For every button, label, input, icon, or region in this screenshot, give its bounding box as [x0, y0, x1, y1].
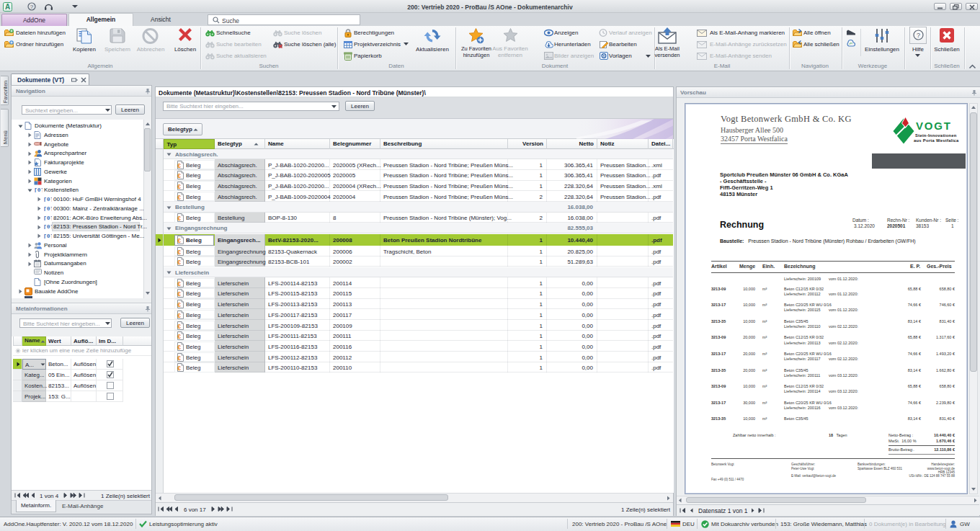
- svg-text:€: €: [177, 161, 181, 169]
- svg-text:€: €: [177, 333, 181, 340]
- svg-text:€: €: [177, 280, 181, 287]
- svg-text:€: €: [177, 354, 181, 361]
- svg-text:€: €: [177, 290, 181, 298]
- svg-text:€: €: [177, 311, 181, 318]
- svg-text:€: €: [177, 259, 181, 266]
- svg-text:€: €: [177, 322, 181, 329]
- svg-text:€: €: [177, 183, 181, 190]
- svg-text:€: €: [177, 215, 181, 222]
- svg-text:€: €: [177, 365, 181, 372]
- svg-text:[0]: [0]: [43, 205, 52, 211]
- svg-text:€: €: [177, 343, 181, 350]
- svg-text:€: €: [177, 301, 181, 308]
- svg-text:?: ?: [917, 32, 920, 39]
- svg-text:€: €: [177, 237, 181, 244]
- svg-text:€: €: [177, 248, 181, 255]
- svg-text:[0]: [0]: [43, 223, 52, 230]
- svg-text:A: A: [5, 3, 10, 11]
- svg-text:[0]: [0]: [43, 196, 52, 202]
- svg-text:[0]: [0]: [34, 187, 43, 193]
- svg-text:€: €: [177, 193, 181, 200]
- svg-text:[0]: [0]: [43, 233, 52, 239]
- svg-text:€: €: [177, 172, 181, 179]
- svg-text:?: ?: [30, 4, 34, 10]
- svg-text:[0]: [0]: [43, 214, 52, 220]
